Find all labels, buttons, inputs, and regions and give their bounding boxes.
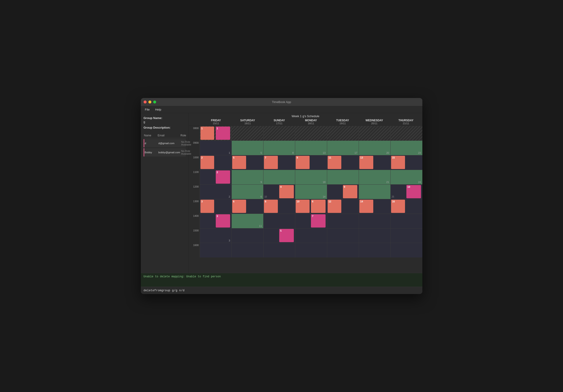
- cell-sat-1500: [231, 228, 263, 243]
- time-0800: 0800: [189, 126, 200, 141]
- num-wed-1100: 21: [386, 181, 389, 183]
- traffic-lights: [144, 101, 156, 104]
- col-email: Email: [158, 134, 180, 137]
- cell-fri-1500: 3: [200, 228, 231, 243]
- event-sat-1300-6[interactable]: 6: [232, 200, 246, 213]
- col-name: Name: [144, 134, 158, 137]
- num-mon-0900: 13: [323, 151, 325, 154]
- cell-sat-1000: 5: [231, 155, 263, 170]
- event-mon-1400-7[interactable]: 7: [311, 214, 326, 228]
- num-sun-1200: 10: [264, 196, 267, 198]
- maximize-button[interactable]: [153, 101, 156, 104]
- time-1500: 1500: [189, 228, 200, 243]
- cell-tue-1300: 12: [327, 199, 359, 214]
- event-thu-1300-16[interactable]: 16: [391, 200, 405, 213]
- event-mon-1000-9[interactable]: 9: [296, 156, 310, 169]
- time-1100: 1100: [189, 170, 200, 184]
- cell-thu-1100: 24: [390, 170, 422, 184]
- members-header: Name Email Role: [144, 133, 186, 138]
- cell-mon-0800: [295, 126, 327, 141]
- event-thu-1200-10[interactable]: 10: [406, 185, 421, 198]
- cell-thu-0800: [390, 126, 422, 141]
- event-fri-0800-1b[interactable]: 1: [216, 127, 230, 140]
- num-thu-0900: 23: [418, 151, 421, 154]
- cell-mon-1500: [295, 228, 327, 243]
- member-row-d[interactable]: d d@gmail.com No Role Available: [144, 139, 186, 147]
- event-wed-1000-13[interactable]: 13: [359, 156, 373, 169]
- event-fri-1400-3[interactable]: 3: [216, 214, 230, 228]
- event-tue-1300-12[interactable]: 12: [328, 200, 342, 213]
- member-name-d: d: [145, 142, 158, 144]
- minimize-button[interactable]: [148, 101, 151, 104]
- cell-sun-1000: 7: [263, 155, 295, 170]
- num-mon-1100: 18: [323, 181, 325, 183]
- num-sun-0900: 8: [292, 151, 294, 154]
- menu-help[interactable]: Help: [153, 107, 164, 112]
- event-sun-1500-5[interactable]: 5: [279, 229, 294, 242]
- event-sat-1000-5[interactable]: 5: [232, 156, 246, 169]
- day-monday: MONDAY 18/11: [295, 119, 327, 125]
- event-sun-1300-8[interactable]: 8: [264, 200, 278, 213]
- cell-tue-1000: 11: [327, 155, 359, 170]
- menu-bar: File Help: [141, 106, 422, 113]
- cell-sun-1200: 4 10: [263, 184, 295, 199]
- event-fri-0800-1[interactable]: 1: [200, 127, 214, 140]
- event-fri-1100-2b[interactable]: 2: [216, 170, 230, 184]
- cell-mon-0900: 13: [295, 141, 327, 155]
- num-wed-0900: 20: [386, 151, 389, 154]
- cell-tue-1500: [327, 228, 359, 243]
- cell-fri-1300: 3: [200, 199, 231, 214]
- cell-sun-1500: 5: [263, 228, 295, 243]
- cell-tue-1200: 9: [327, 184, 359, 199]
- cell-mon-1600: [295, 243, 327, 258]
- num-thu-1200: 25: [392, 196, 394, 198]
- cell-wed-1100: 21: [359, 170, 390, 184]
- cell-wed-0800: [359, 126, 390, 141]
- group-name-label: Group Name:: [144, 116, 186, 120]
- cell-sat-1100: 9: [231, 170, 263, 184]
- cell-sat-1600: [231, 243, 263, 258]
- time-0900: 0900: [189, 141, 200, 155]
- event-wed-1300-14[interactable]: 14: [359, 200, 373, 213]
- num-fri-1200: 2: [229, 195, 230, 198]
- app-title: TimeBook App: [272, 100, 291, 104]
- group-name-value: g: [144, 120, 186, 124]
- event-fri-1300-3[interactable]: 3: [200, 200, 214, 213]
- event-mon-1300-10[interactable]: 10: [296, 200, 310, 213]
- status-bar: Unable to delete mapping: Unable to find…: [141, 273, 422, 287]
- event-fri-1000-2[interactable]: 2: [200, 156, 214, 169]
- num-sat-0900: 5: [260, 151, 262, 154]
- day-friday: FRIDAY 15/11: [200, 119, 232, 125]
- group-name-section: Group Name: g: [144, 116, 186, 124]
- calendar-scroll[interactable]: 0800 1 1: [189, 126, 422, 273]
- num-mon-1200: 14: [323, 195, 325, 198]
- cell-mon-1100: 18: [295, 170, 327, 184]
- cell-thu-1600: [390, 243, 422, 258]
- day-tuesday: TUESDAY 19/11: [327, 119, 358, 125]
- col-role: Role: [180, 134, 186, 137]
- num-thu-1100: 24: [418, 181, 421, 183]
- cell-sun-1600: [263, 243, 295, 258]
- command-text: deletefromgroup g/g n/d: [144, 289, 184, 292]
- event-mon-1300-6[interactable]: 6: [311, 200, 326, 213]
- close-button[interactable]: [144, 101, 147, 104]
- cell-fri-1000: 2: [200, 155, 231, 170]
- event-tue-1000-11[interactable]: 11: [328, 156, 342, 169]
- main-content: Group Name: g Group Description: Name Em…: [141, 113, 422, 273]
- cell-sat-0900: 5: [231, 141, 263, 155]
- cell-sun-1400: [263, 214, 295, 228]
- member-row-bobby[interactable]: Bobby bobby@gmail.com No Role Available: [144, 148, 186, 157]
- event-tue-1200-9[interactable]: 9: [343, 185, 358, 198]
- member-email-bobby: bobby@gmail.com: [158, 151, 181, 154]
- menu-file[interactable]: File: [143, 107, 152, 112]
- event-sun-1200-4[interactable]: 4: [279, 185, 294, 198]
- calendar-grid: 0800 1 1: [189, 126, 422, 258]
- day-sunday: SUNDAY 17/11: [263, 119, 295, 125]
- event-sun-1000-7[interactable]: 7: [264, 156, 278, 169]
- time-1000: 1000: [189, 155, 200, 170]
- cell-thu-1000: 15: [390, 155, 422, 170]
- cell-fri-1100: 2: [200, 170, 231, 184]
- command-bar[interactable]: deletefromgroup g/g n/d: [141, 287, 422, 294]
- cell-mon-1200: 14: [295, 184, 327, 199]
- event-thu-1000-15[interactable]: 15: [391, 156, 405, 169]
